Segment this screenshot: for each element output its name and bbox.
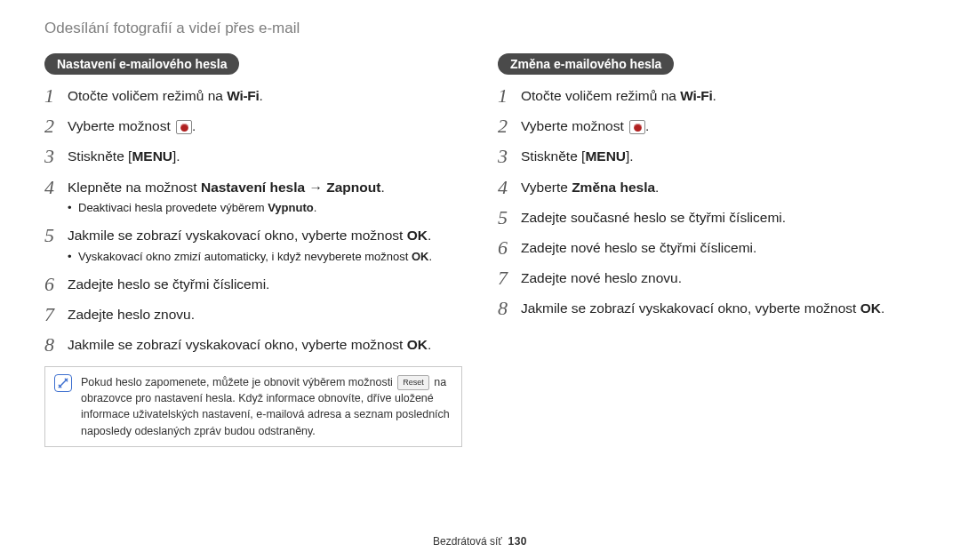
step-number: 4 (498, 177, 521, 198)
step-text: Stiskněte [MENU]. (68, 146, 180, 166)
step-text: Zadejte heslo znovu. (68, 304, 195, 324)
step-number: 5 (498, 207, 521, 228)
reset-chip: Reset (397, 375, 429, 390)
sub-bullet: Deaktivaci hesla provedete výběrem Vypnu… (68, 200, 385, 216)
wifi-label: Wi-Fi (680, 88, 712, 103)
heading-pill-left: Nastavení e-mailového hesla (44, 53, 239, 75)
text: Deaktivaci hesla provedete výběrem (78, 201, 268, 214)
step-text: Jakmile se zobrazí vyskakovací okno, vyb… (521, 298, 884, 318)
bold: OK (407, 228, 428, 243)
text: . (192, 118, 196, 133)
step-text: Otočte voličem režimů na Wi-Fi. (521, 85, 716, 106)
note-box: Pokud heslo zapomenete, můžete je obnovi… (44, 366, 462, 447)
step-5: 5 Jakmile se zobrazí vyskakovací okno, v… (44, 225, 462, 264)
step-number: 3 (44, 146, 68, 167)
step-text: Zadejte nové heslo znovu. (521, 268, 682, 288)
bold: OK (412, 250, 429, 263)
left-column: Nastavení e-mailového hesla 1 Otočte vol… (44, 53, 462, 447)
step-6: 6 Zadejte heslo se čtyřmi číslicemi. (44, 274, 462, 295)
note-text: Pokud heslo zapomenete, můžete je obnovi… (81, 374, 452, 439)
step-number: 1 (498, 85, 521, 107)
step-text: Zadejte nové heslo se čtyřmi číslicemi. (521, 237, 756, 258)
step-text: Vyberte možnost . (68, 116, 196, 136)
step-7: 7 Zadejte nové heslo znovu. (498, 268, 916, 289)
step-number: 1 (44, 85, 68, 107)
step-number: 6 (44, 274, 68, 295)
step-8: 8 Jakmile se zobrazí vyskakovací okno, v… (498, 298, 916, 319)
text: . (645, 118, 649, 133)
step-4: 4 Klepněte na možnost Nastavení hesla → … (44, 177, 462, 216)
step-3: 3 Stiskněte [MENU]. (498, 146, 916, 167)
step-2: 2 Vyberte možnost . (44, 116, 462, 137)
step-1: 1 Otočte voličem režimů na Wi-Fi. (44, 85, 462, 107)
text: ]. (626, 148, 634, 164)
bold: OK (407, 337, 428, 352)
text: Otočte voličem režimů na (68, 88, 227, 103)
note-info-icon (54, 374, 72, 392)
text: . (712, 88, 716, 103)
step-8: 8 Jakmile se zobrazí vyskakovací okno, v… (44, 334, 462, 356)
step-text: Vyberte možnost . (521, 116, 649, 136)
email-app-icon (176, 120, 192, 134)
step-4: 4 Vyberte Změna hesla. (498, 177, 916, 198)
sub-bullet: Vyskakovací okno zmizí automaticky, i kd… (68, 249, 432, 265)
text: . (881, 300, 884, 316)
menu-button-label: MENU (132, 148, 172, 164)
step-number: 6 (498, 237, 521, 259)
step-number: 7 (44, 304, 68, 325)
bold: OK (860, 300, 881, 316)
text: Vyberte možnost (521, 118, 628, 133)
text: Jakmile se zobrazí vyskakovací okno, vyb… (68, 228, 407, 243)
step-text: Jakmile se zobrazí vyskakovací okno, vyb… (68, 334, 431, 355)
text: Jakmile se zobrazí vyskakovací okno, vyb… (521, 300, 860, 316)
step-number: 5 (44, 225, 68, 246)
step-3: 3 Stiskněte [MENU]. (44, 146, 462, 167)
footer-label: Bezdrátová síť (433, 535, 502, 548)
text: . (259, 88, 262, 103)
right-steps: 1 Otočte voličem režimů na Wi-Fi. 2 Vybe… (498, 85, 916, 320)
step-number: 4 (44, 177, 68, 198)
step-number: 3 (498, 146, 521, 167)
heading-pill-right: Změna e-mailového hesla (498, 53, 674, 75)
text: Pokud heslo zapomenete, můžete je obnovi… (81, 376, 396, 388)
step-text: Vyberte Změna hesla. (521, 177, 659, 197)
step-1: 1 Otočte voličem režimů na Wi-Fi. (498, 85, 916, 107)
text: Stiskněte [ (521, 148, 585, 164)
left-steps: 1 Otočte voličem režimů na Wi-Fi. 2 Vybe… (44, 85, 462, 356)
step-5: 5 Zadejte současné heslo se čtyřmi čísli… (498, 207, 916, 228)
text: Klepněte na možnost (68, 180, 201, 195)
text: Otočte voličem režimů na (521, 88, 680, 103)
page-number: 130 (508, 535, 528, 548)
content-columns: Nastavení e-mailového hesla 1 Otočte vol… (44, 53, 916, 447)
text: . (655, 180, 659, 195)
step-number: 7 (498, 268, 521, 289)
right-column: Změna e-mailového hesla 1 Otočte voličem… (498, 53, 916, 447)
text: Vyberte (521, 180, 572, 195)
step-text: Stiskněte [MENU]. (521, 146, 634, 166)
menu-button-label: MENU (585, 148, 626, 164)
email-app-icon (629, 120, 645, 134)
step-number: 2 (44, 116, 68, 137)
wifi-label: Wi-Fi (227, 88, 259, 103)
step-7: 7 Zadejte heslo znovu. (44, 304, 462, 325)
text: . (314, 201, 317, 214)
text: . (380, 180, 384, 195)
text: Jakmile se zobrazí vyskakovací okno, vyb… (68, 337, 407, 352)
arrow: → (305, 180, 326, 195)
page-footer: Bezdrátová síť 130 (0, 535, 960, 548)
page-title: Odesílání fotografií a videí přes e-mail (44, 20, 916, 37)
text: Vyskakovací okno zmizí automaticky, i kd… (78, 250, 412, 263)
text: . (428, 250, 432, 263)
step-2: 2 Vyberte možnost . (498, 116, 916, 137)
step-text: Jakmile se zobrazí vyskakovací okno, vyb… (68, 225, 432, 264)
step-number: 8 (498, 298, 521, 319)
text: . (428, 228, 431, 243)
text: ]. (172, 148, 180, 164)
step-text: Zadejte heslo se čtyřmi číslicemi. (68, 274, 269, 294)
bold: Vypnuto (268, 201, 314, 214)
text: Stiskněte [ (68, 148, 132, 164)
step-text: Klepněte na možnost Nastavení hesla → Za… (68, 177, 385, 216)
step-number: 2 (498, 116, 521, 137)
step-6: 6 Zadejte nové heslo se čtyřmi číslicemi… (498, 237, 916, 259)
bold: Nastavení hesla (201, 180, 305, 195)
